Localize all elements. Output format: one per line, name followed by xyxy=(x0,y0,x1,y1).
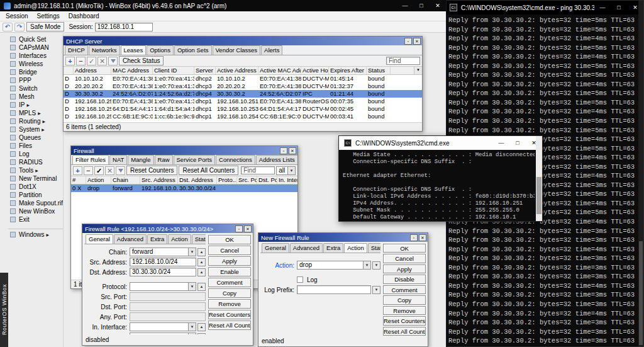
sidebar-item[interactable]: RADIUS xyxy=(8,158,63,166)
column-header[interactable]: Action xyxy=(86,176,111,184)
filter-button[interactable] xyxy=(108,57,118,65)
column-header[interactable]: Status xyxy=(367,67,391,74)
dialog-button[interactable]: Remove xyxy=(208,299,251,309)
maximize-icon[interactable]: □ xyxy=(509,136,526,150)
tab[interactable]: Advanced xyxy=(114,234,147,244)
find-input[interactable]: Find xyxy=(241,166,275,174)
table-row[interactable]: D 192.168.10.251 E0:70:EA:41:38:30 1:e0:… xyxy=(64,98,422,105)
dialog-button[interactable]: Remove xyxy=(383,306,426,315)
table-row[interactable]: D 192.168.10.254 CC:6B:1E:9C:09:BD 1:cc:… xyxy=(64,113,422,120)
tab[interactable]: Statistics xyxy=(192,234,206,244)
column-header[interactable]: Active MAC Add... xyxy=(258,67,301,74)
tab[interactable]: NAT xyxy=(109,155,127,164)
column-header[interactable]: MAC Address xyxy=(111,67,153,74)
sidebar-item[interactable]: Interfaces xyxy=(8,52,63,60)
minimize-icon[interactable]: — xyxy=(397,0,413,11)
safe-mode-button[interactable]: Safe Mode xyxy=(26,22,64,31)
sidebar-item[interactable]: MPLS ▶ xyxy=(8,109,63,117)
close-icon[interactable]: ✕ xyxy=(244,225,252,232)
minimize-icon[interactable]: ▫ xyxy=(410,234,418,241)
minimize-icon[interactable]: ▫ xyxy=(235,225,243,232)
expand-button[interactable]: ▼ xyxy=(372,286,380,294)
remove-button[interactable]: − xyxy=(84,166,93,175)
table-header[interactable]: # Action Chain Src. Address Dst. Address… xyxy=(71,176,297,185)
tab[interactable]: Alerts xyxy=(261,45,282,55)
expand-button[interactable]: ▼ xyxy=(372,261,380,270)
collapse-button[interactable]: ▲ xyxy=(197,283,206,291)
in-interface-select[interactable]: ▼ xyxy=(130,322,196,331)
dialog-button[interactable]: Apply xyxy=(208,256,251,266)
table-row[interactable]: 0 X drop forward 192.168.10.0... 30.30.3… xyxy=(71,185,297,192)
close-icon[interactable]: ✕ xyxy=(419,234,426,241)
sidebar-item[interactable]: Bridge xyxy=(8,68,63,76)
scrollbar-thumb[interactable] xyxy=(639,241,643,345)
column-header[interactable]: Src. Port xyxy=(237,176,257,184)
tab[interactable]: Extra xyxy=(323,243,343,253)
sidebar-item[interactable]: Files xyxy=(8,142,63,150)
column-header[interactable]: Active Address xyxy=(216,67,258,74)
dialog-button[interactable]: Copy xyxy=(208,288,251,298)
undo-icon[interactable]: ↶ xyxy=(3,23,13,31)
scrollbar-thumb[interactable] xyxy=(536,177,541,214)
log-checkbox[interactable] xyxy=(297,276,303,283)
add-button[interactable]: + xyxy=(65,57,75,65)
column-selector-button[interactable]: ▼ xyxy=(414,67,422,74)
tab[interactable]: Mangle xyxy=(128,155,153,164)
session-input[interactable]: 192.168.10.1 xyxy=(95,23,153,31)
sidebar-item[interactable]: Exit xyxy=(8,215,63,224)
tab[interactable]: General xyxy=(262,243,289,253)
table-row[interactable]: D 20.20.20.2 E0:70:EA:41:38:30 1:e0:70:e… xyxy=(64,82,422,90)
dialog-button[interactable]: Cancel xyxy=(383,254,426,263)
dialog-button[interactable]: OK xyxy=(383,244,426,253)
tab[interactable]: General xyxy=(86,234,113,244)
column-header[interactable]: Active Host... xyxy=(301,67,329,74)
scrollbar[interactable] xyxy=(638,1,643,346)
filter-button[interactable] xyxy=(116,166,125,175)
cmd-ping-titlebar[interactable]: C:\ C:\WINDOWS\system32\cmd.exe - ping 3… xyxy=(445,1,643,14)
dhcp-titlebar[interactable]: DHCP Server ▫ ✕ xyxy=(64,37,422,45)
remove-button[interactable]: − xyxy=(76,57,86,65)
disable-button[interactable]: ✕ xyxy=(105,166,114,175)
tab[interactable]: Connections xyxy=(216,155,255,164)
dialog-button[interactable]: Reset Counters xyxy=(208,310,251,319)
sidebar-item[interactable]: Log xyxy=(8,150,63,158)
tab[interactable]: Option Sets xyxy=(174,45,212,55)
dst-address-input[interactable]: 30.30.30.0/24 xyxy=(130,268,196,276)
minimize-icon[interactable]: ▫ xyxy=(280,147,287,154)
close-icon[interactable]: ✕ xyxy=(430,0,446,11)
sidebar-item[interactable]: Wireless xyxy=(8,60,63,68)
enable-button[interactable]: ✓ xyxy=(87,57,96,65)
tab[interactable]: DHCP xyxy=(65,45,88,55)
table-row[interactable]: D 30.30.30.2 24:52:6A:D2:07:99 1:24:52:6… xyxy=(64,90,422,98)
reset-counters-button[interactable]: Reset Counters xyxy=(126,166,177,175)
dialog-button[interactable]: Comment xyxy=(208,278,251,287)
column-header[interactable]: Proto... xyxy=(217,176,237,184)
minimize-icon[interactable]: — xyxy=(594,1,611,14)
sidebar-item[interactable]: Tools ▶ xyxy=(8,166,63,174)
reset-all-counters-button[interactable]: Reset All Counters xyxy=(179,166,238,175)
sidebar-item[interactable]: New WinBox xyxy=(8,207,63,215)
tab[interactable]: Raw xyxy=(155,155,173,164)
collapse-button[interactable]: ▲ xyxy=(197,248,206,256)
menu-item[interactable]: Dashboard xyxy=(64,12,104,20)
table-header[interactable]: Address MAC Address Client ID Server Act… xyxy=(64,67,422,75)
sidebar-item[interactable]: Quick Set xyxy=(8,35,63,43)
column-header[interactable]: Dst. Port xyxy=(257,176,277,184)
sidebar-item[interactable]: PPP xyxy=(8,76,63,84)
column-header[interactable]: # xyxy=(71,176,86,184)
tab[interactable]: Extra xyxy=(147,234,167,244)
tab[interactable]: Options xyxy=(147,45,174,55)
sidebar-item[interactable]: System ▶ xyxy=(8,125,63,134)
dialog-button[interactable]: Copy xyxy=(383,295,426,304)
minimize-icon[interactable]: — xyxy=(493,136,509,150)
column-header[interactable]: Src. Address xyxy=(140,176,178,184)
column-header[interactable]: Client ID xyxy=(153,67,194,74)
sidebar-item[interactable]: Make Supout.rif xyxy=(8,199,63,207)
dialog-button[interactable]: Apply xyxy=(383,265,426,273)
sidebar-item[interactable]: New Terminal xyxy=(8,174,63,183)
tab[interactable]: Action xyxy=(168,234,191,244)
tab[interactable]: Networks xyxy=(89,45,120,55)
tab[interactable]: Statistics xyxy=(368,243,380,253)
sidebar-item[interactable]: Windows ▶ xyxy=(8,229,63,239)
dialog-titlebar[interactable]: New Firewall Rule ▫ ✕ xyxy=(258,233,428,242)
